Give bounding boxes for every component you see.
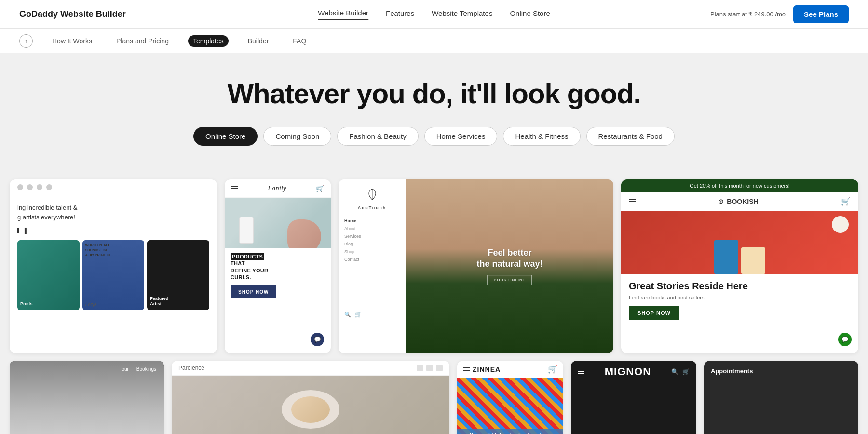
- lanily-body: PRODUCTS THAT DEFINE YOUR CURLS. SHOP NO…: [225, 248, 331, 308]
- feat-label-world-peace: WORLD PEACESOUNDS LIKEA DIY PROJECT: [85, 243, 111, 257]
- zinnea-logo: ZINNEA: [473, 366, 501, 373]
- parelence-tool-user[interactable]: [436, 365, 443, 371]
- subnav-builder[interactable]: Builder: [243, 35, 274, 47]
- feat-label-featured: FeaturedArtist: [150, 296, 168, 307]
- acu-nav-services: Services: [344, 232, 400, 240]
- bookish-chat-bubble[interactable]: 💬: [838, 333, 852, 346]
- template-card-appointments[interactable]: Appointments: [704, 361, 858, 434]
- book-online-button[interactable]: BOOK ONLINE: [488, 275, 532, 285]
- pill-home-services[interactable]: Home Services: [424, 127, 498, 146]
- bookish-hero-image: [621, 211, 858, 274]
- see-plans-button[interactable]: See Plans: [793, 5, 849, 23]
- hamburger-icon[interactable]: [231, 186, 238, 190]
- lanily-header: Lanily 🛒: [225, 179, 331, 198]
- subnav-templates[interactable]: Templates: [188, 35, 229, 47]
- mignon-cart-icon[interactable]: 🛒: [682, 368, 690, 375]
- toolbar-icon-1: [17, 184, 23, 190]
- acutouch-overlay-text: Feel better the natural way! BOOK ONLINE: [476, 247, 542, 285]
- template-card-beach-wave[interactable]: Tour Bookings BEACH WAVE: [10, 361, 164, 434]
- mignon-icons: 🔍 🛒: [671, 368, 690, 375]
- pill-coming-soon[interactable]: Coming Soon: [263, 127, 331, 146]
- template-card-parelence[interactable]: Parelence: [172, 361, 449, 434]
- mignon-hamburger[interactable]: [578, 370, 584, 374]
- template-row-1: ing incredible talent & g artists everyw…: [10, 179, 858, 353]
- bookish-body: Great Stories Reside Here Find rare book…: [621, 274, 858, 326]
- pill-fashion-beauty[interactable]: Fashion & Beauty: [337, 127, 418, 146]
- acutouch-sidebar: AcuTouch Home About Services Blog Shop C…: [339, 179, 406, 353]
- brand-logo: GoDaddy Website Builder: [19, 9, 126, 19]
- hamburger-line-3: [231, 190, 238, 190]
- lanily-chat-bubble[interactable]: 💬: [311, 333, 324, 346]
- colorful-fabric: [457, 378, 563, 434]
- pill-restaurants-food[interactable]: Restaurants & Food: [586, 127, 675, 146]
- beach-nav-bookings: Bookings: [136, 366, 156, 372]
- bookish-ham-line-1: [629, 199, 636, 200]
- m-ham-2: [578, 371, 584, 372]
- acu-nav-home: Home: [344, 217, 400, 225]
- m-ham-3: [578, 373, 584, 374]
- product-hand: [287, 219, 321, 248]
- template-card-zinnea[interactable]: ZINNEA 🛒 Now available here for direct p…: [457, 361, 563, 434]
- feel-better-text: Feel better the natural way!: [476, 247, 542, 270]
- scroll-up-icon[interactable]: ↑: [19, 34, 33, 48]
- bookish-ham-line-2: [629, 201, 636, 202]
- template-row-2: Tour Bookings BEACH WAVE Parelence: [10, 361, 858, 434]
- lanily-headline-products: PRODUCTS: [231, 253, 264, 260]
- product-bottle: [239, 217, 254, 244]
- subnav-how-it-works[interactable]: How It Works: [47, 35, 97, 47]
- nav-features[interactable]: Features: [386, 9, 414, 19]
- lanily-headline: PRODUCTS THAT DEFINE YOUR CURLS.: [231, 253, 325, 281]
- featured-image-grid: Prints WORLD PEACESOUNDS LIKEA DIY PROJE…: [17, 240, 209, 310]
- template-card-acutouch[interactable]: AcuTouch Home About Services Blog Shop C…: [339, 179, 613, 353]
- bookish-cart-icon[interactable]: 🛒: [841, 197, 851, 206]
- feat-label-prints: Prints: [20, 301, 33, 307]
- cart-icon[interactable]: 🛒: [316, 185, 324, 192]
- nav-website-templates[interactable]: Website Templates: [432, 9, 492, 19]
- bookish-ham-line-3: [629, 203, 636, 203]
- nav-online-store[interactable]: Online Store: [510, 9, 550, 19]
- acu-footer-icons: 🔍 🛒: [344, 312, 400, 318]
- bookish-header: ⊙ BOOKISH 🛒: [621, 192, 858, 211]
- template-grid: ing incredible talent & g artists everyw…: [0, 165, 868, 434]
- template-card-bookish[interactable]: Get 20% off this month for new customers…: [621, 179, 858, 353]
- m-ham-1: [578, 370, 584, 371]
- acutouch-brand: AcuTouch: [344, 205, 400, 210]
- parelence-tool-search[interactable]: [417, 365, 423, 371]
- hero-title: Whatever you do, it'll look good.: [10, 77, 858, 109]
- acutouch-logo: AcuTouch: [344, 187, 400, 210]
- bookish-logo: ⊙ BOOKISH: [718, 198, 758, 205]
- subnav-faq[interactable]: FAQ: [288, 35, 311, 47]
- plans-price-text: Plans start at ₹ 249.00 /mo: [710, 11, 786, 18]
- zinnea-cart-icon[interactable]: 🛒: [548, 365, 557, 374]
- toolbar-icon-4: [46, 184, 52, 190]
- parelence-tool-cart[interactable]: [426, 365, 433, 371]
- template-card-mignon[interactable]: MIGNON 🔍 🛒: [571, 361, 696, 434]
- aloe-plant-background: Feel better the natural way! BOOK ONLINE: [406, 179, 613, 353]
- bookish-shop-now-button[interactable]: SHOP NOW: [629, 306, 679, 320]
- food-plate: [282, 390, 339, 429]
- zinnea-header: ZINNEA 🛒: [457, 361, 563, 378]
- acutouch-hero-image: Feel better the natural way! BOOK ONLINE: [406, 179, 613, 353]
- appointments-content: Appointments: [704, 361, 858, 381]
- pill-health-fitness[interactable]: Health & Fitness: [503, 127, 580, 146]
- zinnea-hamburger[interactable]: [463, 367, 470, 371]
- acu-cart-icon[interactable]: 🛒: [355, 312, 362, 318]
- parelence-logo: Parelence: [178, 365, 204, 371]
- bookish-hamburger-icon[interactable]: [629, 199, 636, 203]
- pill-online-store[interactable]: Online Store: [193, 127, 258, 146]
- top-navigation: GoDaddy Website Builder Website Builder …: [0, 0, 868, 29]
- bookish-tagline: Great Stories Reside Here: [629, 281, 851, 292]
- mignon-header: MIGNON 🔍 🛒: [571, 361, 696, 383]
- acutouch-leaf-icon: [365, 187, 380, 202]
- mignon-search-icon[interactable]: 🔍: [671, 368, 678, 375]
- lanily-shop-now-button[interactable]: SHOP NOW: [231, 285, 276, 298]
- parelence-toolbar: [417, 365, 443, 371]
- nav-website-builder[interactable]: Website Builder: [318, 9, 368, 20]
- subnav-plans-pricing[interactable]: Plans and Pricing: [111, 35, 174, 47]
- card-toolbar: [10, 179, 217, 195]
- acu-search-icon[interactable]: 🔍: [344, 312, 351, 318]
- template-card-lanily[interactable]: Lanily 🛒 PRODUCTS THAT DEFINE YOUR CURLS…: [225, 179, 331, 353]
- zinnea-header-left: ZINNEA: [463, 366, 501, 373]
- template-card-featured-artist[interactable]: ing incredible talent & g artists everyw…: [10, 179, 217, 353]
- zinnea-promo-text: Now available here for direct purchase.: [457, 429, 563, 434]
